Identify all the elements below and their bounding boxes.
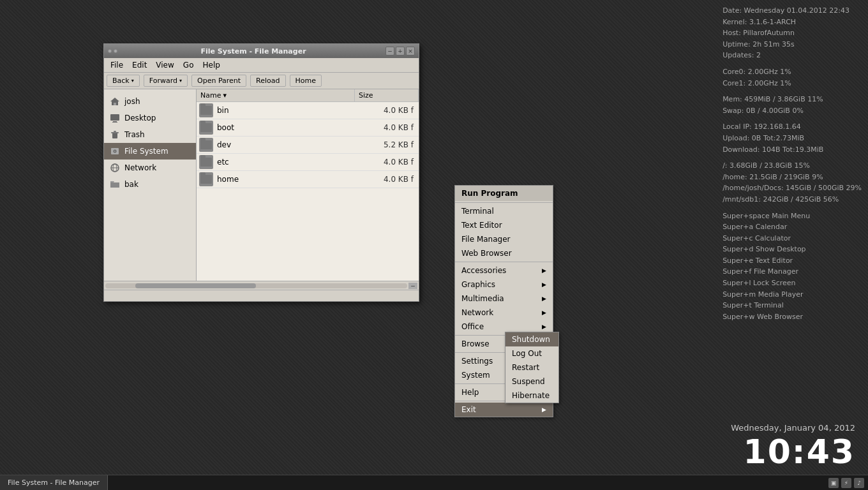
svg-rect-4 [112, 122, 117, 122]
window-dots [108, 49, 117, 53]
horizontal-scrollbar[interactable]: − [104, 281, 419, 290]
sidebar-item-trash[interactable]: Trash [104, 126, 196, 143]
maximize-button[interactable]: + [396, 47, 405, 56]
file-header: Name ▾ Size [197, 89, 419, 102]
filesystem-icon [109, 145, 121, 157]
shortcut-f: Super+f File Manager [722, 266, 862, 278]
submenu-logout[interactable]: Log Out [505, 346, 558, 360]
sidebar-desktop-label: Desktop [124, 114, 156, 122]
updates-line: Updates: 2 [722, 50, 862, 61]
name-col-label: Name [200, 91, 221, 100]
shortcut-l: Super+l Lock Screen [722, 278, 862, 289]
disk4-line: /mnt/sdb1: 242GiB / 425GiB 56% [722, 194, 862, 205]
ctx-network[interactable]: Network ▶ [455, 306, 553, 320]
ctx-sep-1 [455, 202, 553, 203]
ctx-graphics-arrow: ▶ [542, 281, 546, 288]
clock-date: Wednesday, January 04, 2012 [731, 423, 855, 433]
file-size-etc: 4.0 KB f [352, 158, 416, 167]
scrollbar-end-btn[interactable]: − [408, 283, 417, 289]
submenu-restart[interactable]: Restart [505, 360, 558, 375]
folder-icon [109, 179, 121, 190]
ctx-exit[interactable]: Exit ▶ [455, 403, 553, 417]
fm-content: josh Desktop [104, 89, 419, 281]
forward-button[interactable]: Forward ▾ [144, 75, 188, 87]
file-name-home: home [217, 175, 352, 184]
tray-volume-icon[interactable]: ♪ [854, 478, 864, 488]
col-size-header[interactable]: Size [355, 89, 419, 101]
submenu-suspend[interactable]: Suspend [505, 375, 558, 389]
file-name-dev: dev [217, 140, 352, 149]
window-titlebar[interactable]: File System - File Manager − + × [104, 44, 419, 58]
trash-icon [109, 129, 121, 140]
ctx-web-browser[interactable]: Web Browser [455, 246, 553, 260]
file-name-etc: etc [217, 158, 352, 167]
tray-monitor-icon[interactable]: ▣ [828, 478, 839, 488]
sidebar-item-network[interactable]: Network [104, 160, 196, 176]
file-name-boot: boot [217, 123, 352, 132]
sidebar-item-josh[interactable]: josh [104, 93, 196, 110]
sidebar-trash-label: Trash [124, 130, 145, 139]
reload-button[interactable]: Reload [250, 75, 285, 87]
ctx-web-browser-label: Web Browser [461, 249, 512, 258]
ctx-sep-2 [455, 262, 553, 262]
sidebar-item-filesystem[interactable]: File System [104, 143, 196, 160]
folder-icon-bin [199, 103, 213, 117]
home-button[interactable]: Home [290, 75, 322, 87]
tray-battery-icon[interactable]: ⚡ [841, 478, 851, 488]
ctx-accessories[interactable]: Accessories ▶ [455, 264, 553, 278]
file-row-bin[interactable]: bin 4.0 KB f [197, 102, 419, 119]
uptime-line: Uptime: 2h 51m 35s [722, 39, 862, 50]
menu-go[interactable]: Go [179, 59, 198, 71]
minimize-button[interactable]: − [385, 47, 394, 56]
shortcut-space: Super+space Main Menu [722, 211, 862, 222]
submenu-shutdown[interactable]: Shutdown [505, 332, 558, 346]
submenu-hibernate[interactable]: Hibernate [505, 389, 558, 403]
menu-view[interactable]: View [152, 59, 177, 71]
statusbar [104, 290, 419, 301]
core0-line: Core0: 2.00GHz 1% [722, 66, 862, 78]
home-label: Home [296, 77, 316, 85]
ctx-file-manager-label: File Manager [461, 235, 511, 244]
ctx-accessories-arrow: ▶ [542, 267, 546, 274]
file-list: bin 4.0 KB f boot 4.0 KB f [197, 102, 419, 281]
ctx-file-manager[interactable]: File Manager [455, 232, 553, 246]
disk1-line: /: 3.68GiB / 23.8GiB 15% [722, 160, 862, 172]
menu-file[interactable]: File [107, 59, 127, 71]
window-dot-1 [108, 49, 112, 53]
ctx-graphics[interactable]: Graphics ▶ [455, 278, 553, 292]
sidebar-filesystem-label: File System [124, 147, 168, 156]
window-title: File System - File Manager [121, 47, 385, 56]
window-dot-2 [114, 49, 117, 53]
ctx-text-editor-label: Text Editor [461, 221, 502, 230]
close-button[interactable]: × [406, 47, 415, 56]
file-row-home[interactable]: home 4.0 KB f [197, 171, 419, 188]
ctx-network-label: Network [461, 308, 493, 317]
ctx-multimedia[interactable]: Multimedia ▶ [455, 292, 553, 306]
sidebar-item-desktop[interactable]: Desktop [104, 110, 196, 126]
forward-label: Forward [149, 77, 177, 85]
col-name-header[interactable]: Name ▾ [197, 89, 355, 101]
menu-edit[interactable]: Edit [128, 59, 151, 71]
file-size-bin: 4.0 KB f [352, 106, 416, 115]
mem-line: Mem: 459MiB / 3.86GiB 11% [722, 94, 862, 105]
back-button[interactable]: Back ▾ [107, 75, 140, 87]
file-row-dev[interactable]: dev 5.2 KB f [197, 137, 419, 154]
folder-icon-dev [199, 138, 213, 152]
localip-line: Local IP: 192.168.1.64 [722, 121, 862, 133]
sidebar-item-bak[interactable]: bak [104, 176, 196, 193]
reload-label: Reload [256, 77, 280, 85]
clock-area: Wednesday, January 04, 2012 10:43 [731, 423, 855, 471]
shortcut-d: Super+d Show Desktop [722, 244, 862, 255]
ctx-run-program[interactable]: Run Program [455, 186, 553, 201]
menu-help[interactable]: Help [198, 59, 223, 71]
file-row-boot[interactable]: boot 4.0 KB f [197, 119, 419, 137]
scrollbar-thumb[interactable] [135, 283, 256, 288]
ctx-text-editor[interactable]: Text Editor [455, 218, 553, 232]
svg-rect-7 [114, 131, 116, 132]
kernel-line: Kernel: 3.1.6-1-ARCH [722, 17, 862, 28]
ctx-accessories-label: Accessories [461, 266, 506, 275]
ctx-terminal[interactable]: Terminal [455, 204, 553, 218]
taskbar-file-manager[interactable]: File System - File Manager [0, 475, 108, 490]
open-parent-button[interactable]: Open Parent [191, 75, 246, 87]
file-row-etc[interactable]: etc 4.0 KB f [197, 154, 419, 171]
